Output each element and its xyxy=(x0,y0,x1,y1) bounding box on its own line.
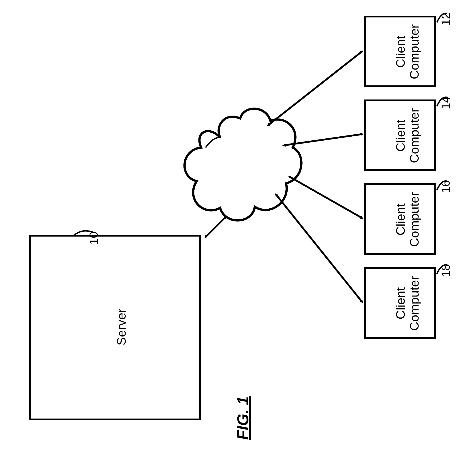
client-label-1: Client Computer xyxy=(393,24,421,79)
client-label-4: Client Computer xyxy=(393,276,421,331)
network-label: Network xyxy=(256,154,270,200)
arrow-network-client-2 xyxy=(284,134,362,145)
client-label-3: Client Computer xyxy=(393,192,421,247)
arrow-network-client-1 xyxy=(268,52,362,125)
client-ref-2: 14 xyxy=(439,96,452,109)
client-label-2: Client Computer xyxy=(393,108,421,163)
network-cloud xyxy=(185,109,301,220)
arrow-network-client-4 xyxy=(276,195,362,302)
server-ref: 10 xyxy=(87,232,100,245)
network-ref: 20 xyxy=(215,134,229,147)
server-label: Server xyxy=(114,309,128,345)
client-ref-4: 18 xyxy=(439,264,452,277)
arrow-server-network xyxy=(206,217,226,237)
figure-label: FIG. 1 xyxy=(234,397,252,440)
client-ref-1: 12 xyxy=(439,13,452,26)
arrow-network-client-3 xyxy=(289,177,362,218)
diagram-canvas: Server 10 Client Computer 12 Client Comp… xyxy=(0,0,476,457)
client-ref-3: 16 xyxy=(439,180,452,193)
